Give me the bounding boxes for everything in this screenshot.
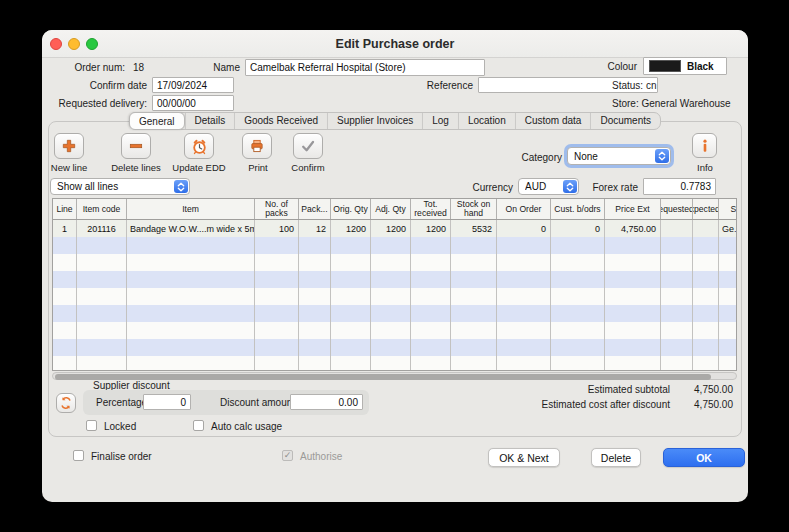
table-row-empty — [53, 356, 737, 371]
col-header-no-of-packs[interactable]: No. of packs — [255, 199, 299, 219]
cell-item-code: 201116 — [77, 220, 127, 237]
checkmark-icon — [300, 138, 316, 154]
cell-stock-on-hand: 5532 — [451, 220, 497, 237]
colour-dropdown[interactable]: Black — [643, 57, 727, 75]
chevron-updown-icon — [174, 180, 188, 193]
info-label: Info — [682, 162, 728, 174]
delete-lines-button[interactable] — [121, 133, 151, 159]
info-button[interactable] — [692, 133, 717, 158]
tab-details[interactable]: Details — [185, 113, 235, 129]
table-row-empty — [53, 339, 737, 356]
new-line-button[interactable] — [54, 133, 84, 159]
tab-goods-received[interactable]: Goods Received — [234, 113, 327, 129]
print-button[interactable] — [242, 133, 272, 159]
title-bar: Edit Purchase order — [42, 30, 748, 58]
colour-swatch — [649, 60, 681, 72]
locked-checkbox[interactable] — [86, 420, 97, 431]
update-edd-button[interactable] — [184, 133, 214, 159]
currency-label: Currency — [437, 181, 513, 195]
table-header-row: Line Item code Item No. of packs Pack...… — [53, 199, 737, 220]
cell-store: Ge. — [719, 220, 737, 237]
category-dropdown[interactable]: None — [567, 147, 671, 165]
finalise-order-checkbox[interactable] — [73, 450, 84, 461]
table-row-empty — [53, 322, 737, 339]
estimated-subtotal-label: Estimated subtotal — [392, 383, 670, 397]
tab-location[interactable]: Location — [458, 113, 515, 129]
cell-orig-qty: 1200 — [331, 220, 371, 237]
col-header-line[interactable]: Line — [53, 199, 77, 219]
col-header-expected[interactable]: Expected... — [693, 199, 719, 219]
percentage-input[interactable]: 0 — [143, 394, 191, 410]
tab-supplier-invoices[interactable]: Supplier Invoices — [327, 113, 422, 129]
currency-value: AUD — [525, 181, 562, 192]
requested-delivery-input[interactable]: 00/00/00 — [152, 95, 234, 111]
ok-and-next-button[interactable]: OK & Next — [488, 448, 560, 467]
col-header-tot-received[interactable]: Tot. received — [411, 199, 451, 219]
cell-line: 1 — [53, 220, 77, 237]
requested-delivery-label: Requested delivery: — [42, 97, 147, 111]
confirm-date-input[interactable]: 17/09/2024 — [152, 77, 234, 93]
col-header-on-order[interactable]: On Order — [497, 199, 551, 219]
col-header-pack[interactable]: Pack... — [299, 199, 331, 219]
col-header-stock-on-hand[interactable]: Stock on hand — [451, 199, 497, 219]
col-header-item[interactable]: Item — [127, 199, 255, 219]
confirm-button[interactable] — [293, 133, 323, 159]
tab-general[interactable]: General — [129, 112, 185, 130]
cell-item: Bandage W.O.W....m wide x 5m roll — [127, 220, 255, 237]
line-filter-dropdown[interactable]: Show all lines — [50, 178, 190, 195]
col-header-cust-bodrs[interactable]: Cust. b/odrs — [551, 199, 605, 219]
table-row[interactable]: 1 201116 Bandage W.O.W....m wide x 5m ro… — [53, 220, 737, 237]
new-line-label: New line — [36, 162, 102, 174]
check-icon: ✓ — [284, 450, 292, 461]
auto-calc-usage-checkbox[interactable] — [193, 420, 204, 431]
line-filter-value: Show all lines — [57, 181, 173, 192]
cell-requested — [661, 220, 693, 237]
col-header-store[interactable]: Stor — [719, 199, 737, 219]
update-edd-label: Update EDD — [166, 162, 232, 174]
table-row-empty — [53, 271, 737, 288]
cell-on-order: 0 — [497, 220, 551, 237]
confirm-label: Confirm — [280, 162, 336, 174]
col-header-requested[interactable]: Requested... — [661, 199, 693, 219]
store-text: Store: General Warehouse — [612, 97, 747, 111]
authorise-checkbox: ✓ — [282, 450, 293, 461]
col-header-price-ext[interactable]: Price Ext — [605, 199, 661, 219]
col-header-adj-qty[interactable]: Adj. Qty — [371, 199, 411, 219]
tab-log[interactable]: Log — [422, 113, 458, 129]
col-header-item-code[interactable]: Item code — [77, 199, 127, 219]
colour-label: Colour — [557, 60, 637, 74]
discount-amount-input[interactable]: 0.00 — [290, 394, 363, 410]
name-input[interactable]: Camelbak Referral Hospital (Store) — [245, 59, 485, 76]
tab-custom-data[interactable]: Custom data — [515, 113, 591, 129]
print-label: Print — [230, 162, 286, 174]
window-title: Edit Purchase order — [42, 30, 748, 58]
forex-rate-input[interactable]: 0.7783 — [643, 178, 716, 195]
estimated-cost-after-discount-label: Estimated cost after discount — [392, 398, 670, 412]
tab-documents[interactable]: Documents — [590, 113, 660, 129]
table-row-empty — [53, 305, 737, 322]
locked-label: Locked — [104, 420, 164, 433]
category-value: None — [574, 151, 654, 162]
estimated-cost-after-discount-value: 4,750.00 — [643, 398, 733, 412]
table-body: 1 201116 Bandage W.O.W....m wide x 5m ro… — [53, 220, 736, 371]
chevron-updown-icon — [655, 149, 669, 163]
alarm-clock-icon — [191, 138, 208, 155]
recalculate-discount-button[interactable] — [56, 393, 76, 413]
order-num-value: 18 — [133, 61, 173, 75]
edit-purchase-order-window: Edit Purchase order Order num: 18 Name C… — [42, 30, 748, 502]
printer-icon — [249, 138, 265, 154]
reference-label: Reference — [385, 79, 473, 93]
col-header-orig-qty[interactable]: Orig. Qty — [331, 199, 371, 219]
cell-tot-received: 1200 — [411, 220, 451, 237]
delete-lines-label: Delete lines — [103, 162, 169, 174]
authorise-label: Authorise — [300, 450, 370, 463]
delete-button[interactable]: Delete — [591, 448, 641, 467]
name-label: Name — [192, 61, 240, 75]
ok-button[interactable]: OK — [663, 448, 745, 467]
table-row-empty — [53, 254, 737, 271]
cell-cust-bodrs: 0 — [551, 220, 605, 237]
cell-pack: 12 — [299, 220, 331, 237]
minus-icon — [128, 138, 144, 154]
auto-calc-usage-label: Auto calc usage — [211, 420, 311, 433]
table-row-empty — [53, 288, 737, 305]
